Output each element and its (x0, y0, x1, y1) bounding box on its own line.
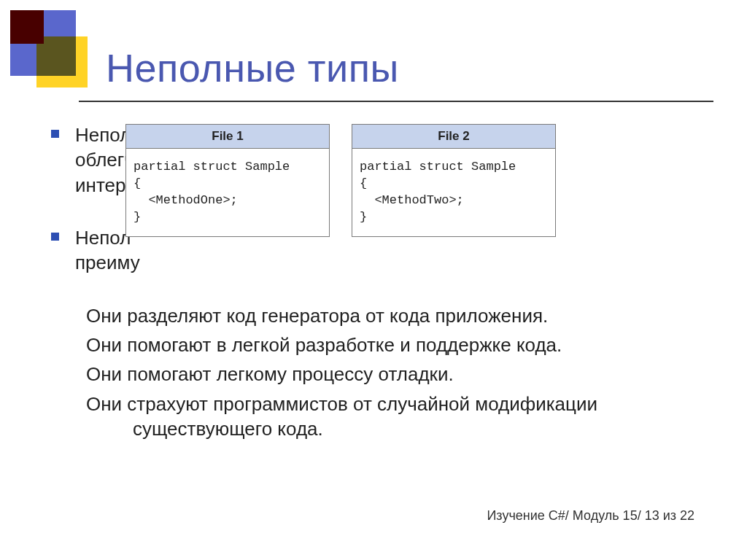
bullet-square-icon (51, 233, 59, 241)
sub-point: Они разделяют код генератора от кода при… (86, 303, 708, 328)
code-box-header: File 2 (352, 125, 555, 149)
code-box-header: File 1 (126, 125, 329, 149)
slide: Неполные типы Непол облегч интерф Непол … (0, 0, 747, 560)
sub-point: Они помогают в легкой разработке и подде… (86, 332, 708, 357)
bullet-line: преиму (75, 250, 708, 275)
corner-ornament-yellow (36, 36, 88, 88)
code-box-file-1: File 1 partial struct Sample { <MethodOn… (125, 124, 330, 237)
title-underline (79, 101, 713, 102)
page-title: Неполные типы (106, 45, 399, 90)
code-box-file-2: File 2 partial struct Sample { <MethodTw… (352, 124, 556, 237)
sub-point: Они страхуют программистов от случайной … (86, 392, 708, 442)
code-box-content: partial struct Sample { <MethodTwo>; } (352, 149, 555, 236)
bullet-square-icon (51, 130, 59, 138)
slide-footer: Изучение C#/ Модуль 15/ 13 из 22 (487, 508, 694, 524)
code-box-content: partial struct Sample { <MethodOne>; } (126, 149, 329, 236)
sub-point: Они помогают легкому процессу отладки. (86, 362, 708, 386)
